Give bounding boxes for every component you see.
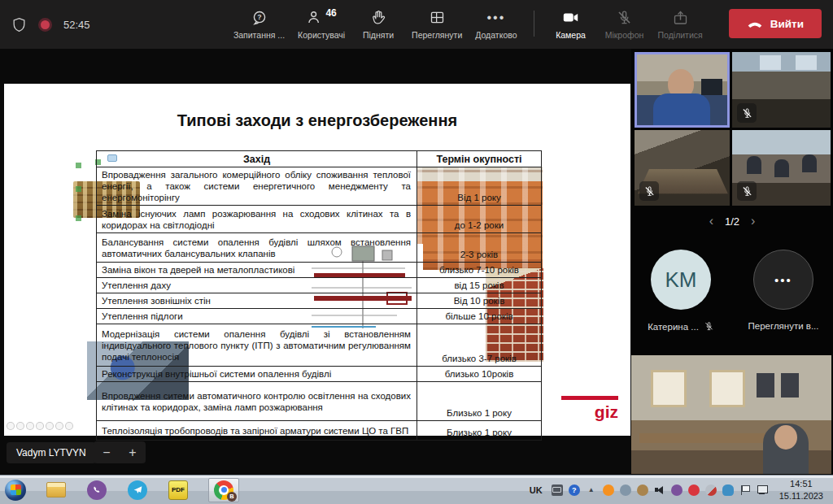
zoom-out-button[interactable]: −: [94, 441, 120, 463]
slide-watermark-icon: [65, 422, 73, 430]
slide-title: Типові заходи з енергозбереження: [4, 111, 630, 130]
measure-cell: Реконструкція внутрішньої системи опален…: [97, 367, 417, 382]
video-tile-presenter[interactable]: [635, 52, 730, 128]
action-center-flag-icon[interactable]: [739, 484, 751, 496]
meeting-toolbar: 52:45 ? Запитання ... 46 Користувачі: [0, 0, 833, 49]
classroom-window: [651, 370, 687, 407]
avatar-initials: KM: [651, 250, 711, 310]
microphone-muted-icon: [704, 321, 714, 332]
volume-icon[interactable]: [654, 484, 665, 496]
meeting-timer: 52:45: [63, 19, 90, 31]
qa-button[interactable]: ? Запитання ...: [229, 6, 290, 43]
measure-cell: Теплоізоляція тробопроводів та запірної …: [97, 421, 417, 441]
background-monitor: [701, 79, 722, 95]
payback-cell: близько 3-7 років: [417, 324, 542, 367]
remote-access-icon[interactable]: [688, 484, 700, 496]
camera-button[interactable]: Камера: [546, 6, 596, 43]
windows-taskbar: PDF B UK 14:51 15.11.2023: [0, 475, 833, 504]
measures-table: Захід Термін окупності Впровадження зага…: [96, 150, 542, 441]
payback-cell: більше 10 років: [417, 309, 542, 324]
pdf-viewer-button[interactable]: PDF: [168, 480, 189, 501]
telegram-button[interactable]: [127, 480, 148, 501]
slide-watermark-icon: [7, 422, 15, 430]
table-row: Реконструкція внутрішньої системи опален…: [97, 367, 542, 382]
microphone-button[interactable]: Мікрофон: [600, 6, 650, 43]
giz-logo: giz: [561, 402, 618, 422]
table-row: Впровадження загального комерційного обл…: [97, 167, 542, 206]
chrome-profile-badge: B: [227, 492, 237, 502]
mic-muted-badge: [737, 103, 757, 123]
record-indicator-icon: [38, 18, 52, 32]
table-header-row: Захід Термін окупності: [97, 151, 542, 167]
cloud-sync-icon[interactable]: [722, 484, 734, 496]
view-button[interactable]: Переглянути: [407, 6, 467, 43]
table-row: Впровдження ситеми автоматичного контрол…: [97, 382, 542, 421]
wall-poster: [781, 373, 799, 398]
svg-text:?: ?: [257, 13, 261, 21]
video-tile-grid: [631, 49, 833, 206]
leave-button[interactable]: Вийти: [729, 9, 822, 38]
avast-icon[interactable]: [603, 484, 614, 496]
microphone-muted-icon: [741, 107, 753, 119]
video-tile-classroom-large[interactable]: [631, 355, 831, 474]
payback-cell: Близько 1 року: [417, 382, 542, 421]
table-row: Модернізація системи опалення будівлі зі…: [97, 324, 542, 367]
help-icon[interactable]: [569, 484, 580, 496]
viber-button[interactable]: [86, 480, 107, 501]
measure-cell: Модернізація системи опалення будівлі зі…: [97, 324, 417, 367]
tray-app-icon-1[interactable]: [620, 484, 631, 496]
keyboard-icon[interactable]: [552, 484, 563, 496]
presentation-slide: Типові заходи з енергозбереження: [4, 84, 630, 436]
participant-katerina[interactable]: KM Катерина ...: [643, 250, 718, 332]
measures-table-body: Впровадження загального комерційного обл…: [97, 167, 542, 441]
measure-cell: Утеплення підлоги: [97, 309, 417, 324]
hidden-icons-chevron[interactable]: [586, 484, 597, 496]
screen-share-stage: Типові заходи з енергозбереження: [0, 49, 631, 475]
measure-cell: Заміна вікон та дверей на металопластико…: [97, 263, 417, 278]
raise-hand-button[interactable]: Підняти: [353, 6, 403, 43]
tray-app-icon-2[interactable]: [637, 484, 648, 496]
student-face: [774, 425, 797, 450]
clock-time: 14:51: [779, 478, 823, 489]
more-button[interactable]: ••• Додатково: [470, 6, 521, 43]
pagination-label: 1/2: [725, 215, 739, 228]
payback-cell: Близько 1 року: [417, 421, 542, 441]
table-row: Теплоізоляція тробопроводів та запірної …: [97, 421, 542, 441]
student-silhouette: [774, 159, 789, 177]
measure-cell: Заміна існуючих ламп розжарювання на схо…: [97, 206, 417, 233]
giz-logo-line: [561, 396, 618, 400]
payback-cell: близько 7-10 років: [417, 263, 542, 278]
share-screen-icon: [672, 9, 689, 27]
classroom-window: [760, 55, 781, 70]
pagination-next-button[interactable]: ›: [751, 214, 755, 228]
pagination-prev-button[interactable]: ‹: [709, 214, 713, 228]
microphone-muted-icon: [643, 185, 656, 198]
table-row: Балансування системи опалення будівлі шл…: [97, 233, 542, 263]
start-button[interactable]: [5, 480, 26, 501]
viber-icon: [87, 480, 107, 500]
video-tile-classroom-2[interactable]: [635, 130, 730, 206]
chrome-button-active[interactable]: B: [208, 478, 239, 502]
table-row: Утеплення даху від 15 років: [97, 278, 542, 293]
slide-watermark-icon: [36, 422, 44, 430]
payback-cell: від 15 років: [417, 278, 542, 293]
video-tile-classroom-1[interactable]: [732, 52, 831, 128]
file-explorer-button[interactable]: [46, 480, 67, 501]
shield-icon: [11, 16, 27, 33]
mic-muted-badge: [737, 181, 757, 201]
gallery-view-icon: [429, 9, 446, 27]
zoom-in-button[interactable]: +: [120, 441, 146, 463]
ccleaner-icon[interactable]: [705, 484, 717, 496]
measure-cell: Утеплення зовнішніх стін: [97, 293, 417, 309]
language-indicator[interactable]: UK: [527, 484, 545, 497]
video-tile-classroom-3[interactable]: [732, 130, 831, 206]
network-status-icon[interactable]: [757, 484, 768, 496]
participant-overflow[interactable]: ••• Переглянути в...: [746, 250, 821, 332]
table-row: Утеплення підлоги більше 10 років: [97, 309, 542, 324]
ellipsis-icon: •••: [486, 9, 505, 27]
viber-tray-icon[interactable]: [671, 484, 683, 496]
participants-button[interactable]: 46 Користувачі: [293, 6, 350, 43]
share-button[interactable]: Поділитися: [653, 6, 708, 43]
qa-icon: ?: [251, 9, 268, 27]
taskbar-clock[interactable]: 14:51 15.11.2023: [774, 478, 828, 502]
